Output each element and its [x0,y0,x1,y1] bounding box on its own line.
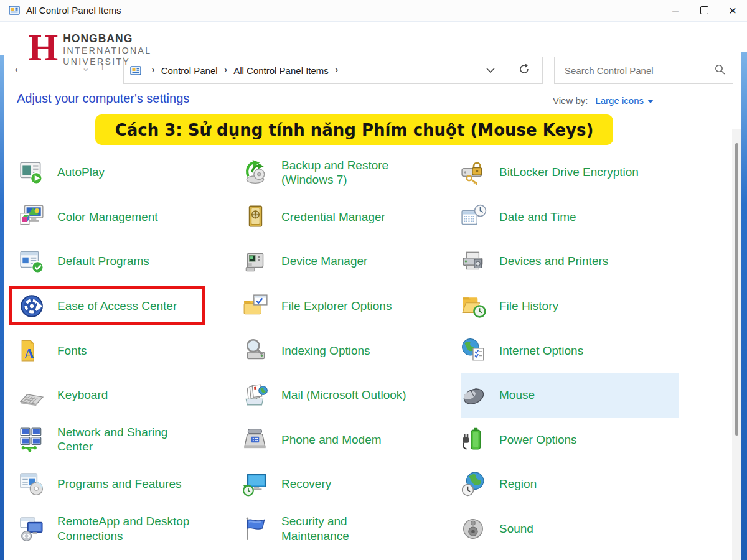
autoplay-icon [19,159,45,185]
control-panel-item[interactable]: Backup and Restore (Windows 7) [243,150,461,195]
control-panel-item[interactable]: BitLocker Drive Encryption [461,150,679,195]
page-title: Adjust your computer's settings [17,91,189,106]
control-panel-app-icon [9,5,20,16]
item-label: Backup and Restore (Windows 7) [281,158,417,187]
security-maintenance-icon [243,516,269,542]
devices-printers-icon [461,248,487,274]
control-panel-item[interactable]: Recovery [243,462,461,506]
item-label: Fonts [57,343,87,358]
breadcrumb-control-panel[interactable]: Control Panel [161,65,218,76]
title-bar: All Control Panel Items – × [0,0,747,22]
power-options-icon [461,426,487,452]
phone-modem-icon [243,426,269,452]
breadcrumb-chevron-icon: › [218,63,234,77]
control-panel-item[interactable]: Network and Sharing Center [19,418,243,462]
item-label: Security and Maintenance [281,514,417,543]
control-panel-item[interactable]: Devices and Printers [461,239,679,284]
default-programs-icon [19,248,45,274]
credential-manager-icon [243,203,269,230]
annotation-caption-text: Cách 3: Sử dụng tính năng Phím chuột (Mo… [115,121,594,139]
control-panel-item[interactable]: Internet Options [461,328,679,373]
item-label: RemoteApp and Desktop Connections [57,514,199,543]
control-panel-item[interactable]: Color Management [19,195,243,240]
item-label: Recovery [281,477,331,491]
breadcrumb-all-items[interactable]: All Control Panel Items [233,65,329,76]
scrollbar-thumb[interactable] [735,143,738,436]
item-label: AutoPlay [57,165,105,179]
view-by-value[interactable]: Large icons [595,95,644,106]
back-button[interactable]: ← [12,60,26,75]
sound-icon [461,516,487,542]
control-panel-item[interactable]: Mail (Microsoft Outlook) [243,373,461,418]
control-panel-item[interactable]: Phone and Modem [243,418,461,462]
item-label: Region [499,477,537,491]
svg-text:A: A [24,345,34,362]
control-panel-item[interactable]: File History [461,284,679,329]
item-label: Devices and Printers [499,254,608,268]
control-panel-item[interactable]: Ease of Access Center [19,284,243,329]
address-dropdown-icon[interactable] [486,65,495,76]
address-bar[interactable]: › Control Panel › All Control Panel Item… [123,57,543,84]
backup-restore-icon [243,159,269,185]
control-panel-item[interactable]: Power Options [461,418,679,462]
control-panel-item[interactable]: Device Manager [243,239,461,284]
logo-line1: HONGBANG [63,33,151,45]
control-panel-item[interactable]: Keyboard [19,373,243,418]
control-panel-window: All Control Panel Items – × ← ⌄ ↑ › Cont… [0,0,747,560]
control-panel-item[interactable]: AutoPlay [19,150,243,195]
item-label: Indexing Options [281,343,370,358]
item-label: Keyboard [57,388,108,402]
item-label: Internet Options [499,343,583,358]
view-by-control[interactable]: View by: Large icons [553,95,654,106]
control-panel-item[interactable]: Mouse [461,373,679,418]
item-label: Default Programs [57,254,149,268]
vertical-scrollbar[interactable] [732,129,741,560]
item-label: Mouse [499,388,535,402]
item-label: Device Manager [281,254,367,268]
close-button[interactable]: × [718,0,747,21]
refresh-icon[interactable] [519,63,530,77]
search-icon[interactable] [715,64,725,77]
breadcrumb-chevron-icon: › [329,63,345,77]
search-box[interactable] [554,57,733,84]
item-label: BitLocker Drive Encryption [499,165,639,179]
remoteapp-connections-icon [19,516,45,542]
device-manager-icon [243,248,269,274]
programs-features-icon [19,471,45,497]
date-time-icon [461,203,487,230]
control-panel-item[interactable]: Region [461,462,679,506]
item-label: Programs and Features [57,477,182,491]
university-logo: H HONGBANG INTERNATIONAL UNIVERSITY [28,31,151,67]
color-management-icon [19,203,45,230]
control-panel-item[interactable]: AFonts [19,328,243,373]
bitlocker-icon [461,159,487,185]
recovery-icon [243,471,269,497]
region-icon [461,471,487,497]
items-grid: AutoPlayBackup and Restore (Windows 7)Bi… [19,150,679,551]
logo-line3: UNIVERSITY [63,56,151,67]
item-label: Credential Manager [281,210,385,224]
minimize-button[interactable]: – [661,0,690,21]
annotation-caption: Cách 3: Sử dụng tính năng Phím chuột (Mo… [95,114,613,145]
item-label: File Explorer Options [281,299,392,313]
item-label: Sound [499,521,533,536]
window-title: All Control Panel Items [26,5,121,16]
control-panel-item[interactable]: Indexing Options [243,328,461,373]
control-panel-item[interactable]: Programs and Features [19,462,243,506]
control-panel-item[interactable]: Security and Maintenance [243,506,461,551]
mail-icon [243,382,269,408]
control-panel-item[interactable]: Default Programs [19,239,243,284]
maximize-button[interactable] [690,0,718,21]
control-panel-item[interactable]: Credential Manager [243,195,461,240]
search-input[interactable] [563,65,715,77]
control-panel-item[interactable]: File Explorer Options [243,284,461,329]
control-panel-item[interactable]: Date and Time [461,195,679,240]
item-label: Color Management [57,210,158,224]
item-label: Power Options [499,432,577,447]
logo-line2: INTERNATIONAL [63,45,151,56]
control-panel-item[interactable]: RemoteApp and Desktop Connections [19,506,243,551]
fonts-icon: A [19,337,45,363]
chevron-down-icon[interactable] [647,100,654,103]
indexing-options-icon [243,337,269,363]
control-panel-item[interactable]: Sound [461,506,679,551]
